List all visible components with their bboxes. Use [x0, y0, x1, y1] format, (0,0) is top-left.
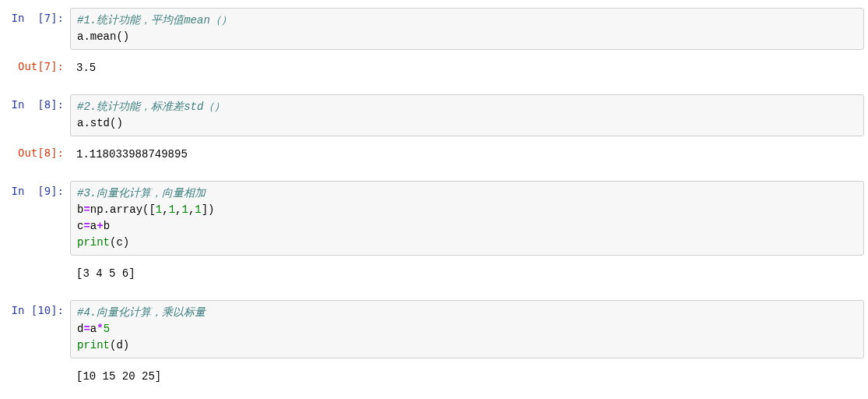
code-token: np.	[90, 203, 110, 216]
output-cell: Out[8]:1.118033988749895	[4, 143, 864, 167]
code-line: #4.向量化计算，乘以标量	[77, 305, 857, 321]
code-token: std	[90, 117, 110, 129]
code-line: #1.统计功能，平均值mean（）	[77, 12, 857, 29]
stream-output-cell: [3 4 5 6]	[4, 262, 864, 286]
code-comment: #1.统计功能，平均值mean（）	[77, 14, 232, 26]
code-token: b	[104, 220, 110, 232]
code-token: +	[97, 220, 103, 232]
code-token: =	[83, 203, 90, 216]
code-line: a.std()	[77, 115, 857, 132]
input-cell[interactable]: In [9]:#3.向量化计算，向量相加b=np.array([1,1,1,1]…	[4, 181, 864, 256]
code-token: )	[123, 236, 129, 249]
code-token: c	[116, 236, 122, 249]
code-token: a	[90, 220, 97, 232]
code-token: mean	[90, 30, 117, 43]
input-cell[interactable]: In [8]:#2.统计功能，标准差std（）a.std()	[4, 94, 864, 136]
code-token: ([	[142, 203, 156, 216]
code-token: ])	[202, 203, 215, 216]
code-comment: #2.统计功能，标准差std（）	[77, 101, 225, 113]
code-line: print(d)	[77, 337, 857, 354]
code-token: d	[116, 339, 122, 351]
code-input[interactable]: #3.向量化计算，向量相加b=np.array([1,1,1,1])c=a+bp…	[70, 181, 864, 256]
empty-prompt	[4, 365, 70, 373]
code-input[interactable]: #1.统计功能，平均值mean（）a.mean()	[70, 8, 864, 50]
code-token: print	[77, 339, 110, 351]
code-line: b=np.array([1,1,1,1])	[77, 202, 857, 218]
stream-output: [10 15 20 25]	[70, 365, 864, 389]
code-token: *	[97, 323, 103, 335]
input-prompt: In [10]:	[4, 300, 70, 320]
code-token: print	[77, 236, 110, 249]
code-input[interactable]: #4.向量化计算，乘以标量d=a*5print(d)	[70, 300, 864, 358]
code-token: =	[83, 220, 90, 232]
code-token: a	[90, 323, 97, 335]
output-text: 3.5	[70, 56, 864, 80]
empty-prompt	[4, 262, 70, 270]
code-token: =	[83, 323, 90, 335]
input-prompt: In [9]:	[4, 181, 70, 201]
stream-output: [3 4 5 6]	[70, 262, 864, 286]
input-cell[interactable]: In [7]:#1.统计功能，平均值mean（）a.mean()	[4, 8, 864, 50]
notebook-container: In [7]:#1.统计功能，平均值mean（）a.mean()Out[7]:3…	[4, 8, 864, 389]
code-comment: #4.向量化计算，乘以标量	[77, 306, 206, 319]
stream-output-cell: [10 15 20 25]	[4, 365, 864, 389]
input-cell[interactable]: In [10]:#4.向量化计算，乘以标量d=a*5print(d)	[4, 300, 864, 358]
code-token: 1	[181, 203, 188, 216]
code-token: a.	[77, 117, 90, 129]
code-comment: #3.向量化计算，向量相加	[77, 187, 206, 200]
code-line: d=a*5	[77, 321, 857, 337]
code-input[interactable]: #2.统计功能，标准差std（）a.std()	[70, 94, 864, 136]
code-token: )	[123, 339, 129, 351]
code-line: print(c)	[77, 235, 857, 251]
code-token: ,	[162, 203, 168, 216]
input-prompt: In [8]:	[4, 94, 70, 115]
code-token: a.	[77, 30, 90, 43]
input-prompt: In [7]:	[4, 8, 70, 28]
code-line: #2.统计功能，标准差std（）	[77, 99, 857, 115]
code-token: 1	[156, 203, 162, 216]
output-text: 1.118033988749895	[70, 143, 864, 167]
code-token: ()	[110, 117, 123, 129]
code-token: 1	[169, 203, 175, 216]
code-token: 1	[195, 203, 201, 216]
output-prompt: Out[8]:	[4, 143, 70, 163]
code-token: array	[110, 203, 142, 216]
code-token: ()	[116, 30, 129, 43]
code-token: 5	[104, 323, 110, 335]
code-line: #3.向量化计算，向量相加	[77, 185, 857, 202]
output-prompt: Out[7]:	[4, 56, 70, 76]
code-line: c=a+b	[77, 218, 857, 235]
output-cell: Out[7]:3.5	[4, 56, 864, 80]
code-line: a.mean()	[77, 29, 857, 45]
